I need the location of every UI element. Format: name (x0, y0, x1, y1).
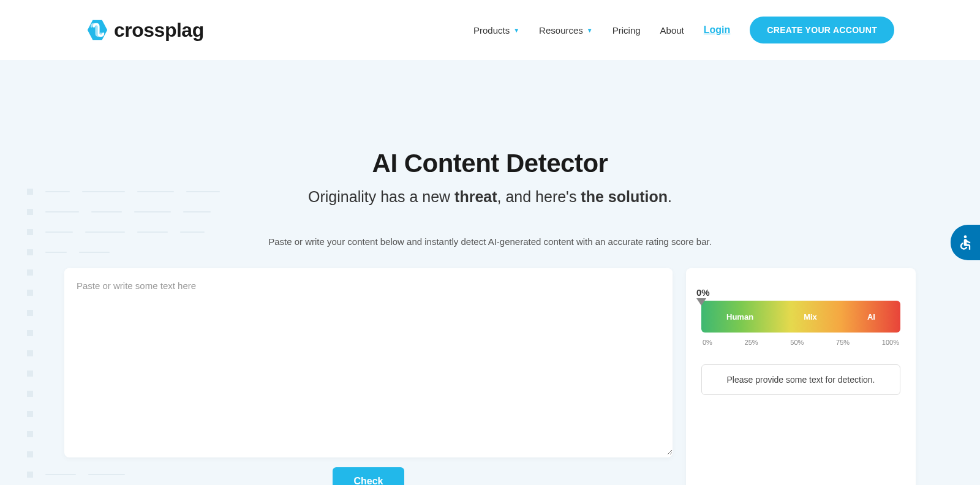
subtitle-text: . (668, 188, 672, 205)
header: crossplag Products ▼ Resources ▼ Pricing… (0, 0, 980, 60)
logo-icon (86, 18, 109, 42)
bar-label-human: Human (726, 312, 753, 321)
page-title: AI Content Detector (214, 149, 766, 178)
hero-description: Paste or write your content below and in… (214, 236, 766, 247)
create-account-button[interactable]: CREATE YOUR ACCOUNT (750, 17, 894, 43)
score-value: 0% (696, 287, 710, 298)
content-wrapper: Check 0% Human Mix AI 0% 25% 50% 75% 100… (0, 268, 980, 485)
nav-resources-label: Resources (539, 25, 583, 36)
nav-pricing[interactable]: Pricing (612, 25, 641, 36)
content-textarea[interactable] (64, 268, 673, 455)
score-section: 0% Human Mix AI 0% 25% 50% 75% 100% (701, 301, 900, 346)
tick-25: 25% (745, 339, 758, 346)
hero-section: AI Content Detector Originality has a ne… (0, 60, 980, 485)
tick-100: 100% (882, 339, 899, 346)
score-pointer-icon (696, 298, 706, 306)
nav-products[interactable]: Products ▼ (473, 25, 519, 36)
nav-about-label: About (660, 25, 684, 36)
nav-resources[interactable]: Resources ▼ (539, 25, 593, 36)
logo[interactable]: crossplag (86, 18, 204, 42)
check-button[interactable]: Check (333, 467, 404, 485)
subtitle-bold: threat (454, 188, 497, 205)
login-link[interactable]: Login (704, 24, 731, 36)
detection-message: Please provide some text for detection. (701, 364, 900, 395)
main-nav: Products ▼ Resources ▼ Pricing About Log… (473, 17, 894, 43)
score-color-bar: Human Mix AI (701, 301, 900, 333)
tick-75: 75% (836, 339, 850, 346)
accessibility-button[interactable] (951, 225, 980, 260)
subtitle-text: , and here's (497, 188, 581, 205)
bar-label-ai: AI (867, 312, 875, 321)
tick-labels: 0% 25% 50% 75% 100% (701, 339, 900, 346)
nav-products-label: Products (473, 25, 510, 36)
subtitle-bold: the solution (581, 188, 668, 205)
hero-content: AI Content Detector Originality has a ne… (214, 149, 766, 247)
hero-subtitle: Originality has a new threat, and here's… (214, 188, 766, 206)
results-panel: 0% Human Mix AI 0% 25% 50% 75% 100% Plea… (686, 268, 916, 485)
accessibility-icon (957, 234, 974, 251)
svg-marker-0 (88, 20, 107, 40)
nav-pricing-label: Pricing (612, 25, 641, 36)
chevron-down-icon: ▼ (587, 27, 593, 34)
chevron-down-icon: ▼ (513, 27, 519, 34)
bar-label-mix: Mix (804, 312, 817, 321)
subtitle-text: Originality has a new (308, 188, 454, 205)
tick-50: 50% (790, 339, 804, 346)
svg-point-1 (964, 235, 967, 238)
textarea-container (64, 268, 673, 457)
nav-about[interactable]: About (660, 25, 684, 36)
logo-text: crossplag (114, 19, 204, 42)
tick-0: 0% (703, 339, 712, 346)
